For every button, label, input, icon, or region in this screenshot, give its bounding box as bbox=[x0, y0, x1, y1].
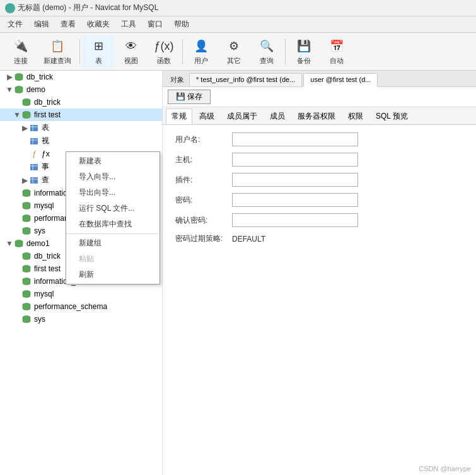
menu-bar: 文件编辑查看收藏夹工具窗口帮助 bbox=[0, 16, 476, 33]
db-icon-demo1_mysql bbox=[21, 289, 32, 299]
函数-icon: ƒ(x) bbox=[155, 37, 173, 55]
tab-user[interactable]: user @first test (d... bbox=[303, 73, 378, 87]
form-row-0: 用户名: bbox=[175, 132, 463, 146]
db-icon-db_trick_root bbox=[14, 72, 24, 82]
tree-item-first_test[interactable]: ▼first test bbox=[0, 108, 162, 121]
content-tab-成员[interactable]: 成员 bbox=[264, 108, 291, 124]
db-icon-information_schema bbox=[21, 188, 32, 198]
toolbar-separator-1 bbox=[79, 39, 80, 64]
ctx-item-4[interactable]: 在数据库中查找 bbox=[66, 216, 160, 232]
save-bar: 💾 保存 bbox=[163, 87, 476, 107]
menu-item-收藏夹[interactable]: 收藏夹 bbox=[82, 18, 115, 31]
tree-label-demo1_sys: sys bbox=[34, 315, 45, 324]
tree-label-event_grp: 事 bbox=[42, 161, 49, 172]
content-tabs: 常规高级成员属于成员服务器权限权限SQL 预览 bbox=[163, 107, 476, 125]
table-icon-views_grp bbox=[29, 136, 39, 146]
arrow-tables: ▶ bbox=[20, 124, 29, 132]
form-label-0: 用户名: bbox=[175, 134, 232, 145]
content-tab-服务器权限[interactable]: 服务器权限 bbox=[292, 108, 341, 124]
tree-label-mysql: mysql bbox=[34, 201, 54, 210]
tree-label-demo1_mysql: mysql bbox=[34, 290, 54, 298]
ctx-separator-5 bbox=[66, 233, 160, 234]
menu-item-工具[interactable]: 工具 bbox=[116, 18, 141, 31]
用户-icon: 👤 bbox=[192, 37, 210, 55]
save-button[interactable]: 💾 保存 bbox=[168, 90, 211, 104]
tree-item-demo[interactable]: ▼demo bbox=[0, 83, 162, 96]
content-tab-成员属于[interactable]: 成员属于 bbox=[221, 108, 263, 124]
ctx-item-2[interactable]: 导出向导... bbox=[66, 185, 160, 201]
tree-label-db_trick_root: db_trick bbox=[26, 73, 53, 81]
toolbar-btn-视图[interactable]: 👁视图 bbox=[115, 35, 147, 67]
tree-label-query_grp: 查 bbox=[42, 175, 49, 185]
toolbar-btn-其它[interactable]: ⚙其它 bbox=[218, 35, 250, 67]
toolbar-btn-用户[interactable]: 👤用户 bbox=[185, 35, 217, 67]
toolbar-btn-函数[interactable]: ƒ(x)函数 bbox=[148, 35, 180, 67]
watermark: CSDN @harrype bbox=[419, 465, 471, 472]
content-tab-SQL 预览[interactable]: SQL 预览 bbox=[370, 108, 414, 124]
ctx-item-1[interactable]: 导入向导... bbox=[66, 169, 160, 185]
form-row-3: 密码: bbox=[175, 193, 463, 207]
tree-label-func_grp: ƒx bbox=[42, 150, 50, 158]
menu-item-帮助[interactable]: 帮助 bbox=[169, 18, 194, 31]
func-icon-func_grp: ƒ bbox=[29, 149, 39, 159]
tree-item-views_grp[interactable]: 视 bbox=[0, 134, 162, 148]
toolbar-btn-查询[interactable]: 🔍查询 bbox=[251, 35, 282, 67]
arrow-first_test: ▼ bbox=[13, 110, 21, 119]
context-menu: 新建表导入向导...导出向导...运行 SQL 文件...在数据库中查找新建组粘… bbox=[66, 151, 160, 284]
form-label-3: 密码: bbox=[175, 195, 232, 206]
svg-rect-13 bbox=[30, 177, 38, 184]
tree-label-demo_dbtrick: db_trick bbox=[34, 98, 61, 107]
db-icon-demo1 bbox=[14, 238, 24, 249]
toolbar-btn-表[interactable]: ⊞表 bbox=[83, 35, 114, 67]
form-label-2: 插件: bbox=[175, 175, 232, 185]
tree-label-demo1_perf: performance_schema bbox=[34, 302, 107, 311]
menu-item-窗口[interactable]: 窗口 bbox=[142, 18, 168, 31]
toolbar-separator-4 bbox=[182, 39, 183, 64]
form-input-0[interactable] bbox=[232, 132, 358, 146]
form-value-5: DEFAULT bbox=[232, 235, 265, 243]
tree-label-sys: sys bbox=[34, 226, 45, 235]
menu-item-查看[interactable]: 查看 bbox=[55, 18, 81, 31]
form-input-2[interactable] bbox=[232, 173, 358, 187]
新建查询-icon: 📋 bbox=[49, 37, 66, 55]
form-label-5: 密码过期策略: bbox=[175, 233, 232, 244]
tree-item-db_trick_root[interactable]: ▶db_trick bbox=[0, 71, 162, 83]
form-label-4: 确认密码: bbox=[175, 215, 232, 226]
form-input-3[interactable] bbox=[232, 193, 358, 207]
db-icon-mysql bbox=[21, 201, 32, 211]
tree-item-demo1_perf[interactable]: performance_schema bbox=[0, 300, 162, 313]
表-icon: ⊞ bbox=[90, 37, 107, 55]
tree-item-demo1_mysql[interactable]: mysql bbox=[0, 288, 162, 300]
ctx-item-5[interactable]: 新建组 bbox=[66, 235, 160, 251]
tree-label-demo1_dbtrick: db_trick bbox=[34, 252, 61, 261]
toolbar-btn-连接[interactable]: 🔌连接 bbox=[5, 35, 37, 67]
ctx-item-7[interactable]: 刷新 bbox=[66, 267, 160, 283]
ctx-item-3[interactable]: 运行 SQL 文件... bbox=[66, 201, 160, 216]
tree-item-tables[interactable]: ▶表 bbox=[0, 121, 162, 134]
db-icon-first_test bbox=[21, 110, 32, 120]
toolbar-btn-新建查询[interactable]: 📋新建查询 bbox=[38, 35, 77, 67]
table-icon-tables bbox=[29, 123, 39, 133]
tree-item-demo_dbtrick[interactable]: db_trick bbox=[0, 96, 162, 108]
toolbar-btn-备份[interactable]: 💾备份 bbox=[288, 35, 320, 67]
ctx-item-0[interactable]: 新建表 bbox=[66, 153, 160, 169]
svg-rect-7 bbox=[30, 138, 38, 144]
content-tab-权限[interactable]: 权限 bbox=[342, 108, 369, 124]
db-icon-demo_dbtrick bbox=[21, 97, 32, 107]
tree-label-demo: demo bbox=[26, 85, 45, 94]
form-input-4[interactable] bbox=[232, 213, 358, 227]
arrow-query_grp: ▶ bbox=[20, 176, 29, 185]
tree-item-demo1_sys[interactable]: sys bbox=[0, 313, 162, 325]
object-label: 对象 bbox=[165, 73, 189, 86]
备份-icon: 💾 bbox=[295, 37, 313, 55]
menu-item-编辑[interactable]: 编辑 bbox=[29, 18, 54, 31]
视图-icon: 👁 bbox=[122, 37, 140, 55]
content-tab-高级[interactable]: 高级 bbox=[194, 108, 220, 124]
content-panel: 对象 * test_user_info @first test (de... u… bbox=[163, 71, 476, 475]
content-tab-常规[interactable]: 常规 bbox=[166, 108, 192, 124]
menu-item-文件[interactable]: 文件 bbox=[3, 18, 28, 31]
db-icon-sys bbox=[21, 226, 32, 236]
toolbar-btn-自动[interactable]: 📅自动 bbox=[321, 35, 352, 67]
form-input-1[interactable] bbox=[232, 153, 358, 167]
tab-test-user-info[interactable]: * test_user_info @first test (de... bbox=[189, 73, 302, 86]
